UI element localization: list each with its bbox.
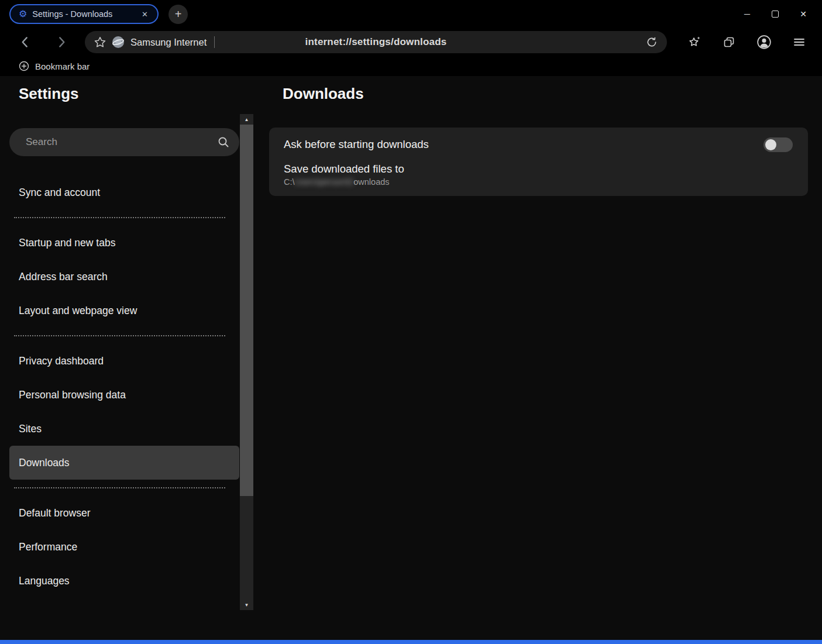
sidebar-divider <box>0 209 253 226</box>
ask-before-downloads-toggle[interactable] <box>763 137 793 152</box>
sidebar-item-downloads[interactable]: Downloads <box>9 446 239 480</box>
sidebar-divider <box>0 328 253 344</box>
profile-avatar-icon <box>756 35 772 50</box>
content: Settings Sync and account Startup and ne… <box>0 76 822 640</box>
scroll-down-arrow[interactable]: ▼ <box>240 600 253 610</box>
page-title: Downloads <box>283 84 808 103</box>
titlebar: ⚙ Settings - Downloads ✕ + ─ ✕ <box>0 0 822 28</box>
maximize-icon <box>772 11 779 18</box>
toggle-knob <box>765 139 776 150</box>
search-icon <box>218 136 229 148</box>
sidebar-item-startup-and-new-tabs[interactable]: Startup and new tabs <box>9 226 239 260</box>
address-divider <box>214 36 215 48</box>
sidebar-item-sites[interactable]: Sites <box>9 412 239 446</box>
url-text: internet://settings/downloads <box>155 36 597 48</box>
sidebar-item-personal-browsing-data[interactable]: Personal browsing data <box>9 378 239 412</box>
sidebar-divider <box>0 480 253 496</box>
close-button[interactable]: ✕ <box>789 0 817 28</box>
ask-before-downloads-label: Ask before starting downloads <box>284 138 429 151</box>
sidebar-item-privacy-dashboard[interactable]: Privacy dashboard <box>9 344 239 378</box>
address-bar[interactable]: Samsung Internet internet://settings/dow… <box>85 31 667 53</box>
chevron-right-icon <box>54 35 69 50</box>
tab-title: Settings - Downloads <box>32 9 134 19</box>
samsung-internet-logo-icon <box>112 36 125 49</box>
chevron-left-icon <box>18 35 33 50</box>
bookmark-star-icon <box>687 35 701 49</box>
bookmarks-button[interactable] <box>687 35 701 49</box>
sidebar-item-default-browser[interactable]: Default browser <box>9 496 239 530</box>
back-button[interactable] <box>18 35 33 52</box>
sidebar-item-sync-and-account[interactable]: Sync and account <box>9 175 239 209</box>
downloads-settings-card: Ask before starting downloads Save downl… <box>269 128 808 196</box>
sidebar-item-address-bar-search[interactable]: Address bar search <box>9 260 239 294</box>
sidebar-scrollbar[interactable]: ▲ ▼ <box>240 114 253 610</box>
hamburger-menu-icon <box>793 36 806 49</box>
reload-icon <box>646 36 658 48</box>
scrollbar-thumb[interactable] <box>240 125 253 496</box>
minimize-button[interactable]: ─ <box>733 0 761 28</box>
path-end: ownloads <box>353 177 389 187</box>
search-box[interactable] <box>9 128 239 156</box>
sidebar-title: Settings <box>19 84 253 103</box>
profile-button[interactable] <box>756 35 772 50</box>
settings-gear-icon: ⚙ <box>19 9 27 19</box>
settings-sidebar: Settings Sync and account Startup and ne… <box>0 76 253 640</box>
tab-close-icon[interactable]: ✕ <box>139 9 150 20</box>
search-input[interactable] <box>9 128 239 156</box>
bookmark-bar-label: Bookmark bar <box>35 61 90 71</box>
menu-button[interactable] <box>793 36 806 49</box>
save-location-path: C:\Users\person\Downloads <box>284 177 793 187</box>
path-redacted: Users\person\D <box>295 177 354 187</box>
sidebar-nav-list: Sync and account Startup and new tabs Ad… <box>0 175 253 598</box>
scrollbar-track[interactable] <box>240 496 253 600</box>
new-tab-button[interactable]: + <box>168 5 188 24</box>
tabs-icon <box>723 36 735 49</box>
site-star-icon[interactable] <box>94 36 106 48</box>
toolbar-right-icons <box>687 28 806 56</box>
bookmark-bar[interactable]: Bookmark bar <box>0 56 822 76</box>
sidebar-item-layout-and-webpage-view[interactable]: Layout and webpage view <box>9 294 239 328</box>
sidebar-item-languages[interactable]: Languages <box>9 564 239 598</box>
navigation-bar: Samsung Internet internet://settings/dow… <box>0 28 822 56</box>
window-controls: ─ ✕ <box>733 0 817 28</box>
ask-before-downloads-row[interactable]: Ask before starting downloads <box>269 128 808 161</box>
sidebar-item-performance[interactable]: Performance <box>9 530 239 564</box>
save-location-row[interactable]: Save downloaded files to C:\Users\person… <box>269 161 808 196</box>
save-location-label: Save downloaded files to <box>284 163 793 175</box>
site-name: Samsung Internet <box>130 37 207 48</box>
browser-tab[interactable]: ⚙ Settings - Downloads ✕ <box>9 4 159 24</box>
maximize-button[interactable] <box>761 0 789 28</box>
path-start: C:\ <box>284 177 295 187</box>
downloads-panel: Downloads Ask before starting downloads … <box>253 76 822 640</box>
reload-button[interactable] <box>646 36 658 48</box>
window-accent-strip <box>0 640 822 644</box>
add-circle-icon <box>19 61 29 71</box>
scroll-up-arrow[interactable]: ▲ <box>240 114 253 125</box>
tabs-button[interactable] <box>723 36 735 49</box>
forward-button[interactable] <box>54 35 69 52</box>
